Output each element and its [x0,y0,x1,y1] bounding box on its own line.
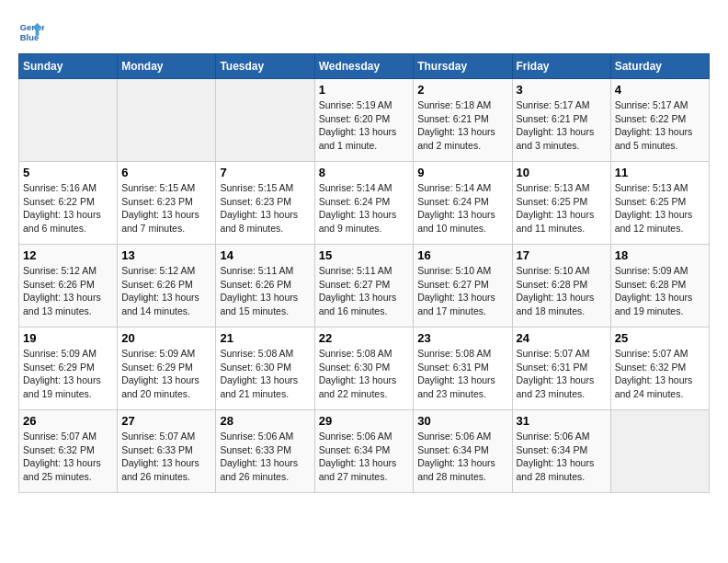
day-number: 24 [517,331,607,345]
cell-content: Sunrise: 5:12 AMSunset: 6:26 PMDaylight:… [121,264,211,318]
day-number: 22 [319,331,410,345]
cell-content: Sunrise: 5:16 AMSunset: 6:22 PMDaylight:… [23,181,113,236]
cell-content: Sunrise: 5:13 AMSunset: 6:25 PMDaylight:… [517,181,607,236]
cell-content: Sunrise: 5:13 AMSunset: 6:25 PMDaylight:… [615,181,705,236]
calendar-cell: 25Sunrise: 5:07 AMSunset: 6:32 PMDayligh… [610,327,709,410]
day-number: 31 [517,414,607,428]
day-number: 11 [615,166,705,179]
day-number: 5 [23,166,113,179]
calendar-cell: 4Sunrise: 5:17 AMSunset: 6:22 PMDaylight… [610,79,709,162]
calendar-cell: 7Sunrise: 5:15 AMSunset: 6:23 PMDaylight… [216,162,314,245]
cell-content: Sunrise: 5:12 AMSunset: 6:26 PMDaylight:… [23,264,113,318]
calendar-cell: 18Sunrise: 5:09 AMSunset: 6:28 PMDayligh… [610,245,709,327]
calendar-cell: 2Sunrise: 5:18 AMSunset: 6:21 PMDaylight… [414,79,512,162]
day-number: 9 [417,166,507,179]
day-number: 30 [417,414,507,428]
calendar-cell: 22Sunrise: 5:08 AMSunset: 6:30 PMDayligh… [314,327,414,410]
calendar-cell: 15Sunrise: 5:11 AMSunset: 6:27 PMDayligh… [314,245,414,327]
header-thursday: Thursday [414,54,512,79]
day-number: 1 [319,83,410,97]
page-header: General Blue [18,18,710,44]
day-number: 8 [319,166,410,179]
logo-icon: General Blue [18,18,44,44]
cell-content: Sunrise: 5:17 AMSunset: 6:22 PMDaylight:… [615,98,705,153]
calendar-cell [216,79,314,162]
header-monday: Monday [118,54,216,79]
day-number: 26 [23,414,113,428]
day-number: 16 [417,248,507,262]
calendar-cell [118,79,216,162]
calendar-cell: 14Sunrise: 5:11 AMSunset: 6:26 PMDayligh… [216,245,314,327]
day-number: 20 [121,331,211,345]
day-number: 28 [220,414,310,428]
calendar-cell: 3Sunrise: 5:17 AMSunset: 6:21 PMDaylight… [512,79,610,162]
cell-content: Sunrise: 5:07 AMSunset: 6:32 PMDaylight:… [23,430,113,484]
header-tuesday: Tuesday [216,54,314,79]
calendar-cell: 8Sunrise: 5:14 AMSunset: 6:24 PMDaylight… [314,162,414,245]
calendar-cell [610,410,709,493]
cell-content: Sunrise: 5:08 AMSunset: 6:30 PMDaylight:… [220,347,310,401]
calendar-cell: 16Sunrise: 5:10 AMSunset: 6:27 PMDayligh… [414,245,512,327]
day-number: 17 [517,248,607,262]
calendar-cell: 29Sunrise: 5:06 AMSunset: 6:34 PMDayligh… [314,410,414,493]
cell-content: Sunrise: 5:14 AMSunset: 6:24 PMDaylight:… [417,181,507,236]
day-number: 12 [23,248,113,262]
cell-content: Sunrise: 5:19 AMSunset: 6:20 PMDaylight:… [319,98,410,153]
day-number: 13 [121,248,211,262]
calendar-cell: 21Sunrise: 5:08 AMSunset: 6:30 PMDayligh… [216,327,314,410]
calendar-cell [19,79,118,162]
cell-content: Sunrise: 5:07 AMSunset: 6:31 PMDaylight:… [517,347,607,401]
week-row-3: 12Sunrise: 5:12 AMSunset: 6:26 PMDayligh… [19,245,710,327]
calendar-cell: 20Sunrise: 5:09 AMSunset: 6:29 PMDayligh… [118,327,216,410]
calendar-cell: 9Sunrise: 5:14 AMSunset: 6:24 PMDaylight… [414,162,512,245]
day-number: 18 [615,248,705,262]
cell-content: Sunrise: 5:08 AMSunset: 6:30 PMDaylight:… [319,347,410,401]
day-number: 10 [517,166,607,179]
calendar-cell: 13Sunrise: 5:12 AMSunset: 6:26 PMDayligh… [118,245,216,327]
cell-content: Sunrise: 5:06 AMSunset: 6:34 PMDaylight:… [319,430,410,484]
cell-content: Sunrise: 5:10 AMSunset: 6:28 PMDaylight:… [517,264,607,318]
cell-content: Sunrise: 5:15 AMSunset: 6:23 PMDaylight:… [220,181,310,236]
day-number: 2 [417,83,507,97]
day-number: 6 [121,166,211,179]
day-number: 27 [121,414,211,428]
day-number: 14 [220,248,310,262]
cell-content: Sunrise: 5:11 AMSunset: 6:26 PMDaylight:… [220,264,310,318]
calendar-cell: 17Sunrise: 5:10 AMSunset: 6:28 PMDayligh… [512,245,610,327]
calendar-cell: 23Sunrise: 5:08 AMSunset: 6:31 PMDayligh… [414,327,512,410]
day-number: 23 [417,331,507,345]
day-number: 29 [319,414,410,428]
logo: General Blue [18,18,48,44]
calendar-header-row: SundayMondayTuesdayWednesdayThursdayFrid… [19,54,710,79]
week-row-5: 26Sunrise: 5:07 AMSunset: 6:32 PMDayligh… [19,410,710,493]
calendar-cell: 12Sunrise: 5:12 AMSunset: 6:26 PMDayligh… [19,245,118,327]
calendar-table: SundayMondayTuesdayWednesdayThursdayFrid… [18,53,710,493]
header-sunday: Sunday [19,54,118,79]
cell-content: Sunrise: 5:06 AMSunset: 6:33 PMDaylight:… [220,430,310,484]
cell-content: Sunrise: 5:18 AMSunset: 6:21 PMDaylight:… [417,98,507,153]
cell-content: Sunrise: 5:09 AMSunset: 6:28 PMDaylight:… [615,264,705,318]
day-number: 25 [615,331,705,345]
cell-content: Sunrise: 5:17 AMSunset: 6:21 PMDaylight:… [517,98,607,153]
calendar-cell: 5Sunrise: 5:16 AMSunset: 6:22 PMDaylight… [19,162,118,245]
cell-content: Sunrise: 5:06 AMSunset: 6:34 PMDaylight:… [417,430,507,484]
calendar-cell: 6Sunrise: 5:15 AMSunset: 6:23 PMDaylight… [118,162,216,245]
calendar-cell: 11Sunrise: 5:13 AMSunset: 6:25 PMDayligh… [610,162,709,245]
day-number: 19 [23,331,113,345]
day-number: 15 [319,248,410,262]
cell-content: Sunrise: 5:11 AMSunset: 6:27 PMDaylight:… [319,264,410,318]
calendar-cell: 19Sunrise: 5:09 AMSunset: 6:29 PMDayligh… [19,327,118,410]
calendar-cell: 27Sunrise: 5:07 AMSunset: 6:33 PMDayligh… [118,410,216,493]
cell-content: Sunrise: 5:07 AMSunset: 6:32 PMDaylight:… [615,347,705,401]
calendar-cell: 24Sunrise: 5:07 AMSunset: 6:31 PMDayligh… [512,327,610,410]
cell-content: Sunrise: 5:10 AMSunset: 6:27 PMDaylight:… [417,264,507,318]
cell-content: Sunrise: 5:14 AMSunset: 6:24 PMDaylight:… [319,181,410,236]
calendar-cell: 1Sunrise: 5:19 AMSunset: 6:20 PMDaylight… [314,79,414,162]
cell-content: Sunrise: 5:15 AMSunset: 6:23 PMDaylight:… [121,181,211,236]
calendar-cell: 31Sunrise: 5:06 AMSunset: 6:34 PMDayligh… [512,410,610,493]
header-saturday: Saturday [610,54,709,79]
week-row-4: 19Sunrise: 5:09 AMSunset: 6:29 PMDayligh… [19,327,710,410]
day-number: 7 [220,166,310,179]
calendar-cell: 26Sunrise: 5:07 AMSunset: 6:32 PMDayligh… [19,410,118,493]
cell-content: Sunrise: 5:09 AMSunset: 6:29 PMDaylight:… [121,347,211,401]
